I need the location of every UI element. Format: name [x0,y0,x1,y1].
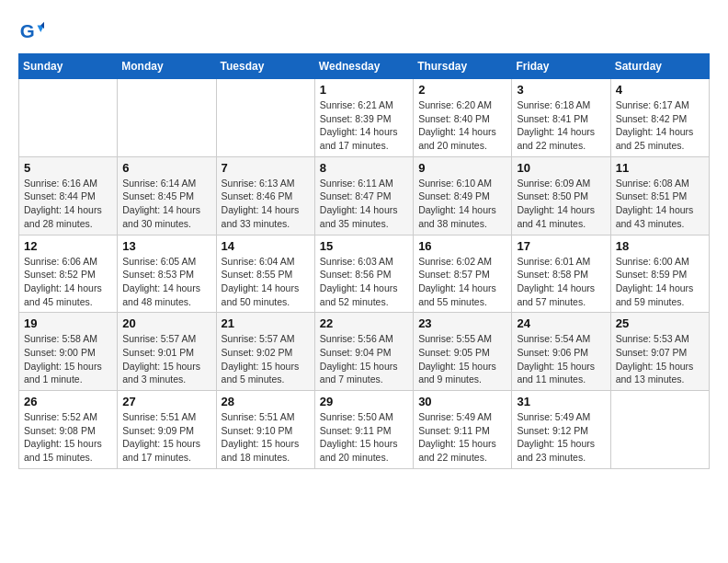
logo: G [18,18,48,44]
day-number: 19 [24,316,112,330]
day-info: Sunrise: 5:51 AMSunset: 9:09 PMDaylight:… [122,410,210,465]
day-number: 9 [418,161,506,175]
day-number: 22 [320,316,408,330]
calendar-cell [216,79,314,157]
day-info: Sunrise: 6:14 AMSunset: 8:45 PMDaylight:… [122,177,210,231]
day-info: Sunrise: 6:00 AMSunset: 8:59 PMDaylight:… [616,255,704,309]
day-info: Sunrise: 6:20 AMSunset: 8:40 PMDaylight:… [418,98,506,153]
calendar-cell: 26Sunrise: 5:52 AMSunset: 9:08 PMDayligh… [19,391,118,469]
weekday-header: Sunday [19,54,118,79]
calendar-cell: 15Sunrise: 6:03 AMSunset: 8:56 PMDayligh… [314,235,413,313]
day-info: Sunrise: 5:51 AMSunset: 9:10 PMDaylight:… [222,410,310,465]
day-number: 26 [24,395,112,408]
calendar-cell: 24Sunrise: 5:54 AMSunset: 9:06 PMDayligh… [512,313,610,391]
weekday-header: Monday [118,54,216,79]
svg-text:G: G [20,20,35,41]
day-info: Sunrise: 6:01 AMSunset: 8:58 PMDaylight:… [517,255,605,309]
calendar-cell: 25Sunrise: 5:53 AMSunset: 9:07 PMDayligh… [610,313,709,391]
day-info: Sunrise: 6:13 AMSunset: 8:46 PMDaylight:… [222,177,310,231]
calendar-body: 1Sunrise: 6:21 AMSunset: 8:39 PMDaylight… [19,79,710,469]
day-info: Sunrise: 5:58 AMSunset: 9:00 PMDaylight:… [24,332,112,386]
day-info: Sunrise: 6:02 AMSunset: 8:57 PMDaylight:… [418,255,506,309]
calendar-header: SundayMondayTuesdayWednesdayThursdayFrid… [19,54,710,79]
calendar-cell: 12Sunrise: 6:06 AMSunset: 8:52 PMDayligh… [19,235,118,313]
day-number: 7 [222,161,310,175]
calendar-cell: 18Sunrise: 6:00 AMSunset: 8:59 PMDayligh… [610,235,709,313]
calendar-cell: 5Sunrise: 6:16 AMSunset: 8:44 PMDaylight… [19,156,118,235]
day-number: 12 [24,239,112,253]
calendar-week-row: 19Sunrise: 5:58 AMSunset: 9:00 PMDayligh… [19,313,710,391]
calendar-cell: 16Sunrise: 6:02 AMSunset: 8:57 PMDayligh… [414,235,512,313]
day-number: 18 [616,239,704,253]
day-number: 29 [320,395,408,408]
calendar-cell: 17Sunrise: 6:01 AMSunset: 8:58 PMDayligh… [512,235,610,313]
day-info: Sunrise: 5:57 AMSunset: 9:02 PMDaylight:… [222,332,310,386]
day-number: 15 [320,239,408,253]
calendar-cell: 29Sunrise: 5:50 AMSunset: 9:11 PMDayligh… [314,391,413,469]
day-info: Sunrise: 6:18 AMSunset: 8:41 PMDaylight:… [517,98,605,153]
day-number: 14 [222,239,310,253]
day-number: 11 [616,161,704,175]
calendar-cell: 3Sunrise: 6:18 AMSunset: 8:41 PMDaylight… [512,79,610,157]
weekday-header: Tuesday [216,54,314,79]
day-info: Sunrise: 5:49 AMSunset: 9:11 PMDaylight:… [418,410,506,465]
calendar: SundayMondayTuesdayWednesdayThursdayFrid… [18,53,710,469]
day-info: Sunrise: 6:05 AMSunset: 8:53 PMDaylight:… [122,255,210,309]
day-info: Sunrise: 6:03 AMSunset: 8:56 PMDaylight:… [320,255,408,309]
day-number: 16 [418,239,506,253]
calendar-cell: 11Sunrise: 6:08 AMSunset: 8:51 PMDayligh… [610,156,709,235]
day-number: 13 [122,239,210,253]
day-number: 1 [320,83,408,97]
day-info: Sunrise: 5:52 AMSunset: 9:08 PMDaylight:… [24,410,112,465]
day-number: 24 [517,316,605,330]
day-info: Sunrise: 6:21 AMSunset: 8:39 PMDaylight:… [320,98,408,153]
day-info: Sunrise: 5:50 AMSunset: 9:11 PMDaylight:… [320,410,408,465]
weekday-row: SundayMondayTuesdayWednesdayThursdayFrid… [19,54,710,79]
weekday-header: Saturday [610,54,709,79]
day-info: Sunrise: 5:53 AMSunset: 9:07 PMDaylight:… [616,332,704,386]
day-number: 4 [616,83,704,97]
day-info: Sunrise: 5:54 AMSunset: 9:06 PMDaylight:… [517,332,605,386]
calendar-cell: 13Sunrise: 6:05 AMSunset: 8:53 PMDayligh… [118,235,216,313]
calendar-cell: 8Sunrise: 6:11 AMSunset: 8:47 PMDaylight… [314,156,413,235]
calendar-cell: 28Sunrise: 5:51 AMSunset: 9:10 PMDayligh… [216,391,314,469]
weekday-header: Wednesday [314,54,413,79]
calendar-cell: 19Sunrise: 5:58 AMSunset: 9:00 PMDayligh… [19,313,118,391]
day-number: 25 [616,316,704,330]
day-info: Sunrise: 5:55 AMSunset: 9:05 PMDaylight:… [418,332,506,386]
day-info: Sunrise: 6:08 AMSunset: 8:51 PMDaylight:… [616,177,704,231]
day-number: 23 [418,316,506,330]
day-info: Sunrise: 6:11 AMSunset: 8:47 PMDaylight:… [320,177,408,231]
calendar-week-row: 1Sunrise: 6:21 AMSunset: 8:39 PMDaylight… [19,79,710,157]
day-number: 30 [418,395,506,408]
calendar-cell: 31Sunrise: 5:49 AMSunset: 9:12 PMDayligh… [512,391,610,469]
calendar-cell: 10Sunrise: 6:09 AMSunset: 8:50 PMDayligh… [512,156,610,235]
calendar-week-row: 5Sunrise: 6:16 AMSunset: 8:44 PMDaylight… [19,156,710,235]
calendar-cell: 7Sunrise: 6:13 AMSunset: 8:46 PMDaylight… [216,156,314,235]
day-info: Sunrise: 6:17 AMSunset: 8:42 PMDaylight:… [616,98,704,153]
calendar-cell [610,391,709,469]
day-number: 10 [517,161,605,175]
day-info: Sunrise: 6:06 AMSunset: 8:52 PMDaylight:… [24,255,112,309]
day-info: Sunrise: 6:04 AMSunset: 8:55 PMDaylight:… [222,255,310,309]
day-info: Sunrise: 5:56 AMSunset: 9:04 PMDaylight:… [320,332,408,386]
day-number: 28 [222,395,310,408]
day-number: 5 [24,161,112,175]
day-number: 20 [122,316,210,330]
calendar-cell: 21Sunrise: 5:57 AMSunset: 9:02 PMDayligh… [216,313,314,391]
calendar-cell: 23Sunrise: 5:55 AMSunset: 9:05 PMDayligh… [414,313,512,391]
weekday-header: Friday [512,54,610,79]
day-number: 21 [222,316,310,330]
calendar-cell [118,79,216,157]
day-number: 17 [517,239,605,253]
weekday-header: Thursday [414,54,512,79]
calendar-cell: 2Sunrise: 6:20 AMSunset: 8:40 PMDaylight… [414,79,512,157]
logo-icon: G [18,18,44,44]
calendar-cell: 4Sunrise: 6:17 AMSunset: 8:42 PMDaylight… [610,79,709,157]
calendar-cell: 27Sunrise: 5:51 AMSunset: 9:09 PMDayligh… [118,391,216,469]
header: G [18,18,710,44]
day-info: Sunrise: 5:49 AMSunset: 9:12 PMDaylight:… [517,410,605,465]
day-info: Sunrise: 6:10 AMSunset: 8:49 PMDaylight:… [418,177,506,231]
day-number: 6 [122,161,210,175]
day-info: Sunrise: 6:09 AMSunset: 8:50 PMDaylight:… [517,177,605,231]
